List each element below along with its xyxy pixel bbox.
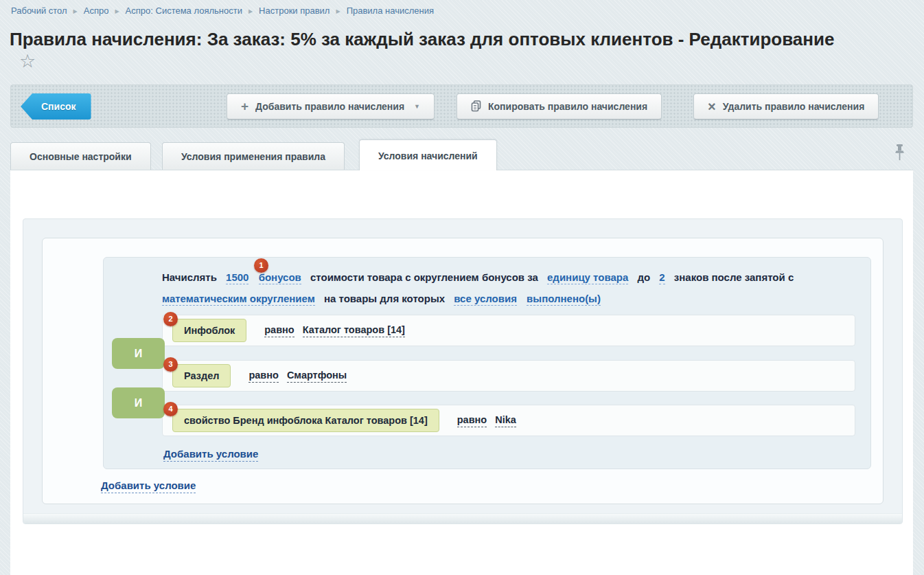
- add-condition-link-outer[interactable]: Добавить условие: [101, 480, 196, 493]
- step-badge-3: 3: [163, 357, 178, 372]
- step-badge-2: 2: [163, 312, 178, 326]
- sentence-text: на товары для которых: [324, 293, 445, 304]
- pin-icon[interactable]: [894, 144, 905, 164]
- and-connector[interactable]: И: [112, 338, 165, 369]
- step-badge-1: 1: [254, 258, 268, 273]
- breadcrumb-aspro[interactable]: Аспро: [84, 5, 109, 16]
- sentence-line-2: математическим округлением на товары для…: [162, 288, 855, 309]
- tab-apply-conditions[interactable]: Условия применения правила: [162, 142, 345, 170]
- rounding-mode-link[interactable]: математическим округлением: [162, 293, 315, 306]
- sentence-text: стоимости товара с округлением бонусов з…: [310, 271, 538, 283]
- condition-row-infoblock: 2 Инфоблок равно Каталог товаров [14]: [162, 315, 855, 346]
- loyalty-rule-edit-page: Рабочий стол▶Аспро▶Аспро: Система лояльн…: [0, 0, 924, 575]
- content-panel: 1 Начислять 1500 бонусов стоимости товар…: [10, 170, 913, 575]
- close-icon: ×: [708, 99, 716, 114]
- favorite-star-icon[interactable]: ☆: [19, 52, 36, 71]
- breadcrumb-accrual-rules[interactable]: Правила начисления: [347, 5, 434, 16]
- and-connector[interactable]: И: [112, 387, 165, 418]
- condition-operator-link[interactable]: равно: [457, 414, 487, 427]
- condition-field-chip[interactable]: Раздел: [172, 364, 231, 387]
- tab-accrual-conditions[interactable]: Условия начислений: [359, 139, 497, 170]
- condition-group: 1 Начислять 1500 бонусов стоимости товар…: [103, 257, 871, 469]
- copy-icon: [471, 96, 481, 121]
- condition-row-section: 3 Раздел равно Смартфоны: [162, 360, 855, 392]
- copy-rule-label: Копировать правило начисления: [488, 101, 647, 112]
- list-button-label: Список: [41, 101, 76, 112]
- list-button[interactable]: Список: [21, 93, 91, 120]
- condition-content: свойство Бренд инфоблока Каталог товаров…: [172, 405, 516, 436]
- accrual-sentence: Начислять 1500 бонусов стоимости товара …: [162, 267, 855, 309]
- breadcrumb-arrow-icon: ▶: [336, 8, 340, 14]
- breadcrumb-arrow-icon: ▶: [115, 8, 119, 14]
- bonus-unit-link[interactable]: бонусов: [259, 271, 301, 284]
- copy-rule-button[interactable]: Копировать правило начисления: [457, 93, 662, 120]
- condition-operator-link[interactable]: равно: [249, 370, 278, 383]
- breadcrumb-rule-settings[interactable]: Настроки правил: [259, 5, 330, 16]
- page-title: Правила начисления: За заказ: 5% за кажд…: [10, 29, 834, 50]
- conditions-inner-box: 1 Начислять 1500 бонусов стоимости товар…: [42, 238, 883, 504]
- breadcrumb-arrow-icon: ▶: [73, 8, 78, 14]
- sentence-text: знаков после запятой с: [674, 271, 794, 283]
- condition-value-link[interactable]: Nika: [495, 414, 516, 427]
- delete-rule-button[interactable]: ×Удалить правило начисления: [693, 93, 879, 120]
- condition-field-chip[interactable]: Инфоблок: [172, 319, 246, 342]
- decimal-digits-link[interactable]: 2: [659, 271, 665, 284]
- condition-row-brand-property: 4 свойство Бренд инфоблока Каталог товар…: [162, 405, 855, 436]
- per-item-link[interactable]: единицу товара: [547, 271, 628, 284]
- amount-link[interactable]: 1500: [226, 271, 249, 284]
- add-rule-button[interactable]: +Добавить правило начисления▼: [227, 93, 435, 120]
- sentence-text: до: [637, 271, 650, 283]
- delete-rule-label: Удалить правило начисления: [723, 101, 865, 112]
- condition-value-link[interactable]: Смартфоны: [287, 370, 347, 383]
- tab-main-settings[interactable]: Основные настройки: [10, 142, 151, 170]
- tab-bar: Основные настройки Условия применения пр…: [10, 139, 913, 170]
- condition-value-link[interactable]: Каталог товаров [14]: [303, 324, 405, 337]
- add-rule-label: Добавить правило начисления: [255, 101, 404, 112]
- condition-field-chip[interactable]: свойство Бренд инфоблока Каталог товаров…: [172, 409, 439, 432]
- breadcrumb: Рабочий стол▶Аспро▶Аспро: Система лояльн…: [11, 5, 434, 16]
- toolbar: Список +Добавить правило начисления▼ Коп…: [10, 84, 913, 128]
- breadcrumb-loyalty-system[interactable]: Аспро: Система лояльности: [126, 5, 242, 16]
- condition-operator-link[interactable]: равно: [264, 324, 294, 337]
- conditions-outer-box: 1 Начислять 1500 бонусов стоимости товар…: [23, 218, 903, 524]
- condition-content: Раздел равно Смартфоны: [172, 361, 347, 391]
- all-conditions-link[interactable]: все условия: [454, 293, 517, 306]
- step-badge-4: 4: [163, 402, 178, 416]
- chevron-down-icon[interactable]: ▼: [414, 103, 420, 110]
- sentence-text: Начислять: [162, 271, 217, 283]
- condition-content: Инфоблок равно Каталог товаров [14]: [172, 315, 405, 346]
- plus-icon: +: [241, 99, 249, 113]
- fulfilled-link[interactable]: выполнено(ы): [527, 293, 601, 306]
- add-condition-link-inner[interactable]: Добавить условие: [163, 448, 258, 462]
- breadcrumb-desktop[interactable]: Рабочий стол: [11, 5, 67, 16]
- breadcrumb-arrow-icon: ▶: [249, 8, 253, 14]
